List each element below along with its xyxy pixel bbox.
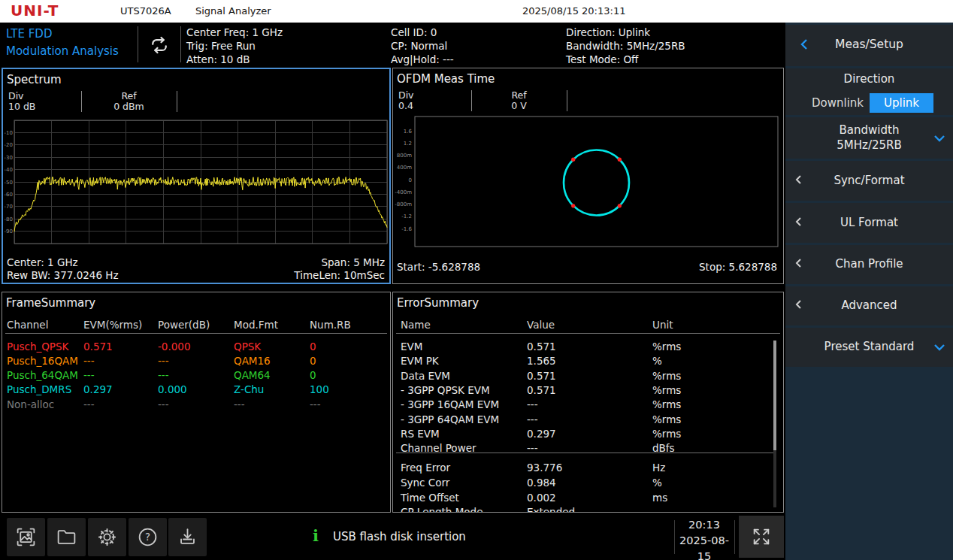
- svg-text:1.2: 1.2: [404, 141, 412, 147]
- meas-setup-button[interactable]: Meas/Setup: [785, 25, 953, 66]
- svg-text:800m: 800m: [397, 153, 412, 159]
- ofdm-stop-footer: Stop: 5.628788: [699, 261, 777, 274]
- rbw-footer: Rew BW: 377.0246 Hz: [7, 269, 119, 282]
- mode-line1: LTE FDD: [6, 26, 119, 43]
- header-divider: [138, 26, 138, 62]
- ofdm-start-footer: Start: -5.628788: [397, 261, 480, 274]
- error-summary-title: ErrorSummary: [397, 296, 479, 310]
- direction-option-uplink[interactable]: Uplink: [870, 93, 933, 113]
- direction-toggle: Downlink Uplink: [806, 93, 933, 113]
- ref-value: 0 V: [476, 100, 562, 111]
- top-bar: UNI-T UTS7026A Signal Analyzer 2025/08/1…: [0, 0, 953, 23]
- divider: [567, 90, 567, 111]
- scrollbar[interactable]: [773, 341, 776, 507]
- svg-text:-90: -90: [5, 229, 13, 235]
- settings-button[interactable]: [88, 518, 126, 556]
- clock: 20:13 2025-08-15: [674, 517, 734, 560]
- svg-text:-60: -60: [5, 192, 13, 198]
- screenshot-button[interactable]: [7, 518, 45, 556]
- test-mode-readout: Test Mode: Off: [566, 53, 685, 66]
- frame-summary-panel[interactable]: FrameSummary Channel EVM(%rms) Power(dB)…: [2, 292, 391, 513]
- measurement-header: LTE FDD Modulation Analysis Center Freq:…: [0, 23, 785, 66]
- ref-label: Ref: [86, 90, 172, 101]
- fullscreen-expand-button[interactable]: [739, 516, 784, 558]
- cell-id-readout: Cell ID: 0: [391, 26, 454, 39]
- app-name-label: Signal Analyzer: [195, 5, 271, 17]
- span-footer: Span: 5 MHz: [294, 256, 385, 269]
- svg-text:-800m: -800m: [395, 201, 412, 207]
- col-value: Value: [527, 319, 555, 331]
- scrollbar-thumb[interactable]: [773, 341, 776, 450]
- center-freq-readout: Center Freq: 1 GHz: [186, 26, 283, 39]
- center-freq-footer: Center: 1 GHz: [7, 256, 119, 269]
- date-label: 2025-08-15: [674, 533, 734, 560]
- timelen-footer: TimeLen: 10mSec: [294, 269, 385, 282]
- cp-readout: CP: Normal: [391, 39, 454, 53]
- save-button[interactable]: [168, 518, 207, 556]
- direction-group: Direction Downlink Uplink: [785, 68, 953, 115]
- svg-text:-10: -10: [5, 130, 13, 136]
- direction-option-downlink[interactable]: Downlink: [806, 93, 870, 113]
- sidebar-item-advanced[interactable]: Advanced: [785, 286, 953, 325]
- uni-t-logo: UNI-T: [11, 2, 59, 20]
- help-button[interactable]: ?: [129, 518, 167, 556]
- sidebar-item-sync-format[interactable]: Sync/Format: [785, 161, 953, 201]
- col-numrb: Num.RB: [310, 319, 351, 331]
- info-icon: i: [313, 526, 319, 545]
- preset-standard-button[interactable]: Preset Standard: [785, 328, 953, 367]
- svg-text:0: 0: [409, 177, 412, 183]
- divider: [471, 90, 472, 111]
- spectrum-panel[interactable]: Spectrum Div 10 dB Ref 0 dBm -10-20-30-4…: [2, 68, 391, 284]
- table-rule: [396, 333, 780, 334]
- atten-readout: Atten: 10 dB: [186, 53, 283, 66]
- chevron-down-icon: [933, 132, 945, 145]
- model-label: UTS7026A: [120, 5, 171, 17]
- softkey-sidebar: Meas/Setup Direction Downlink Uplink Ban…: [785, 23, 953, 560]
- divider: [81, 91, 82, 112]
- mode-line2: Modulation Analysis: [6, 43, 119, 60]
- col-name: Name: [401, 319, 431, 331]
- bandwidth-button[interactable]: Bandwidth 5MHz/25RB: [785, 117, 953, 159]
- header-info-col1: Center Freq: 1 GHz Trig: Free Run Atten:…: [186, 26, 283, 66]
- help-icon: ?: [137, 526, 159, 548]
- error-summary-panel[interactable]: ErrorSummary Name Value Unit EVM0.571%rm…: [392, 292, 784, 513]
- col-unit: Unit: [652, 319, 673, 331]
- ofdm-title: OFDM Meas Time: [397, 72, 495, 86]
- spectrum-footer-left: Center: 1 GHz Rew BW: 377.0246 Hz: [7, 256, 119, 281]
- svg-text:-400m: -400m: [395, 189, 412, 195]
- svg-text:-20: -20: [5, 142, 13, 148]
- file-explorer-button[interactable]: [47, 518, 86, 556]
- svg-text:-80: -80: [5, 216, 13, 222]
- div-label: Div: [398, 89, 414, 101]
- ofdm-scale-row: Div 0.4 Ref 0 V: [393, 90, 783, 111]
- ref-value: 0 dBm: [86, 101, 172, 112]
- save-download-icon: [177, 526, 198, 548]
- time-label: 20:13: [674, 517, 734, 533]
- spectrum-title: Spectrum: [7, 73, 62, 86]
- ofdm-meas-time-panel[interactable]: OFDM Meas Time Div 0.4 Ref 0 V 1.61.2800…: [392, 68, 784, 284]
- header-info-col3: Direction: Uplink Bandwidth: 5MHz/25RB T…: [566, 26, 685, 66]
- status-message: USB flash disk insertion: [333, 530, 466, 543]
- div-label: Div: [8, 90, 24, 101]
- divider: [177, 91, 177, 112]
- direction-readout: Direction: Uplink: [566, 26, 685, 39]
- svg-text:-40: -40: [5, 167, 13, 173]
- svg-text:400m: 400m: [397, 165, 412, 171]
- datetime-label: 2025/08/15 20:13:11: [522, 5, 625, 17]
- sidebar-item-ul-format[interactable]: UL Format: [785, 203, 953, 243]
- gear-icon: [96, 526, 118, 548]
- ref-label: Ref: [476, 89, 562, 101]
- sidebar-item-chan-profile[interactable]: Chan Profile: [785, 245, 953, 284]
- div-value: 10 dB: [8, 101, 35, 112]
- continuous-sweep-icon[interactable]: [148, 34, 171, 56]
- div-value: 0.4: [398, 100, 413, 111]
- avg-hold-readout: Avg|Hold: ---: [391, 53, 454, 66]
- col-evm: EVM(%rms): [83, 319, 142, 331]
- chevron-down-icon: [933, 341, 945, 354]
- frame-summary-title: FrameSummary: [6, 296, 95, 310]
- bandwidth-readout: Bandwidth: 5MHz/25RB: [566, 39, 685, 53]
- spectrum-scale-row: Div 10 dB Ref 0 dBm: [3, 91, 389, 112]
- col-channel: Channel: [7, 319, 48, 331]
- header-divider: [180, 26, 181, 62]
- ofdm-plot: 1.61.2800m400m0-400m-800m-1.2-1.6: [393, 115, 780, 249]
